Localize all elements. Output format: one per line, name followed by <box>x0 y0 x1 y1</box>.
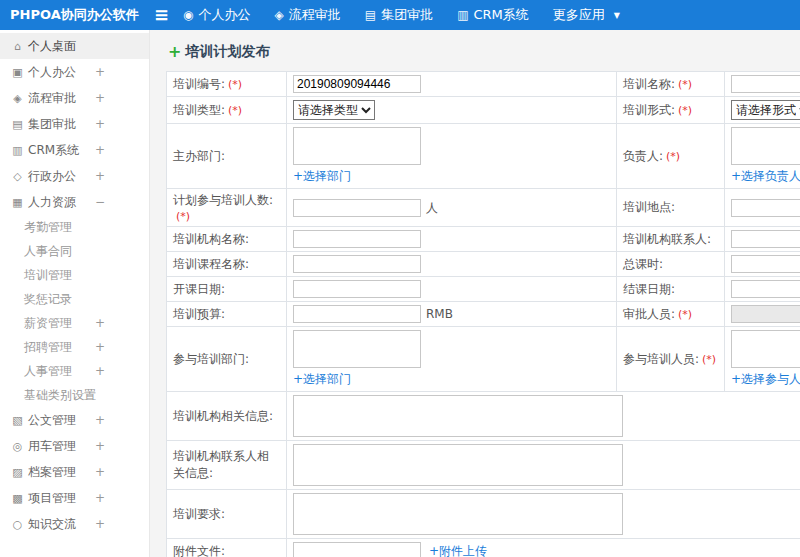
expand-toggle[interactable]: + <box>95 511 105 537</box>
project-icon: ▩ <box>10 486 25 512</box>
table-row: 培训课程名称: 总课时: <box>167 252 800 277</box>
sidebar-subitem-training[interactable]: 培训管理 <box>0 263 149 287</box>
hamburger-menu-icon[interactable]: ≡ <box>154 6 169 24</box>
required-mark: (*) <box>176 210 190 223</box>
course-name-input[interactable] <box>293 255 421 273</box>
sidebar-item-admin-office[interactable]: ◇行政办公 + <box>0 163 149 189</box>
topbar: PHPOA协同办公软件 ≡ ◉ 个人办公 ◈ 流程审批 ▤ 集团审批 ▥ CRM… <box>0 0 800 30</box>
expand-toggle[interactable]: + <box>95 485 105 511</box>
nav-label: 个人办公 <box>199 6 251 24</box>
select-participants-link[interactable]: +选择参与人员 <box>731 372 800 386</box>
nav-more-apps[interactable]: 更多应用 ▼ <box>553 6 620 24</box>
sidebar-item-crm[interactable]: ▥CRM系统 + <box>0 137 149 163</box>
org-name-input[interactable] <box>293 230 421 248</box>
select-department-link[interactable]: +选择部门 <box>293 372 351 386</box>
sidebar-item-workflow[interactable]: ◈流程审批 + <box>0 85 149 111</box>
expand-toggle[interactable]: + <box>95 359 105 383</box>
table-row: 培训编号:(*) 培训名称:(*) <box>167 72 800 97</box>
expand-toggle[interactable]: + <box>95 335 105 359</box>
nav-crm[interactable]: ▥ CRM系统 <box>457 6 529 24</box>
sidebar-item-projects[interactable]: ▩项目管理 + <box>0 485 149 511</box>
end-date-input[interactable] <box>731 280 800 298</box>
admin-office-icon: ◇ <box>10 164 25 190</box>
expand-toggle[interactable]: + <box>95 59 105 85</box>
table-row: 培训类型:(*) 请选择类型 培训形式:(*) 请选择形式 <box>167 97 800 124</box>
sidebar-item-hr[interactable]: ▦人力资源 − <box>0 189 149 215</box>
training-form-select[interactable]: 请选择形式 <box>731 100 800 120</box>
training-name-input[interactable] <box>731 75 800 93</box>
nav-workflow-approval[interactable]: ◈ 流程审批 <box>275 6 341 24</box>
sidebar-subitem-attendance[interactable]: 考勤管理 <box>0 215 149 239</box>
table-row: 参与培训部门: +选择部门 参与培训人员:(*) +选择参与人员 <box>167 327 800 392</box>
expand-toggle[interactable]: + <box>95 85 105 111</box>
sidebar-item-label: 招聘管理 <box>24 340 72 354</box>
sidebar-item-label: CRM系统 <box>28 143 79 157</box>
expand-toggle[interactable]: + <box>95 407 105 433</box>
sidebar-subitem-base-categories[interactable]: 基础类别设置 <box>0 383 149 407</box>
training-type-select[interactable]: 请选择类型 <box>293 100 375 120</box>
nav-group-approval[interactable]: ▤ 集团审批 <box>365 6 433 24</box>
approver-input[interactable] <box>731 305 800 323</box>
sidebar-item-desktop[interactable]: ⌂个人桌面 <box>0 33 149 59</box>
org-info-textarea[interactable] <box>293 395 623 437</box>
desktop-icon: ⌂ <box>10 34 25 60</box>
select-leader-link[interactable]: +选择负责人 <box>731 169 800 183</box>
start-date-input[interactable] <box>293 280 421 298</box>
sidebar-item-vehicle[interactable]: ◎用车管理 + <box>0 433 149 459</box>
sidebar-item-archives[interactable]: ▨档案管理 + <box>0 459 149 485</box>
expand-toggle[interactable]: + <box>95 433 105 459</box>
sidebar-subitem-rewards[interactable]: 奖惩记录 <box>0 287 149 311</box>
sidebar-item-knowledge[interactable]: ○知识交流 + <box>0 511 149 537</box>
expand-toggle[interactable]: + <box>95 111 105 137</box>
field-label: 计划参与培训人数: <box>173 193 273 207</box>
participate-department-textarea[interactable] <box>293 330 421 368</box>
expand-toggle[interactable]: + <box>95 137 105 163</box>
expand-toggle[interactable]: + <box>95 311 105 335</box>
host-department-textarea[interactable] <box>293 127 421 165</box>
field-label: 培训机构名称: <box>173 232 249 246</box>
sidebar-item-label: 用车管理 <box>28 439 76 453</box>
table-row: 培训预算: RMB 审批人员:(*) +选择审批人员 <box>167 302 800 327</box>
leader-textarea[interactable] <box>731 127 800 165</box>
sidebar-item-documents[interactable]: ▧公文管理 + <box>0 407 149 433</box>
attachment-input[interactable] <box>293 542 421 557</box>
org-contact-info-textarea[interactable] <box>293 444 623 486</box>
sidebar-subitem-recruiting[interactable]: 招聘管理 + <box>0 335 149 359</box>
field-label: 审批人员: <box>623 307 675 321</box>
field-label: 培训机构联系人相关信息: <box>173 449 269 480</box>
sidebar: ⌂个人桌面 ▣个人办公 + ◈流程审批 + ▤集团审批 + ▥CRM系统 + <box>0 30 150 557</box>
sidebar-subitem-salary[interactable]: 薪资管理 + <box>0 311 149 335</box>
sidebar-item-group-approval[interactable]: ▤集团审批 + <box>0 111 149 137</box>
sidebar-item-personal-office[interactable]: ▣个人办公 + <box>0 59 149 85</box>
org-contact-input[interactable] <box>731 230 800 248</box>
training-number-input[interactable] <box>293 75 421 93</box>
select-department-link[interactable]: +选择部门 <box>293 169 351 183</box>
sidebar-subitem-personnel[interactable]: 人事管理 + <box>0 359 149 383</box>
sidebar-subitem-hr-contract[interactable]: 人事合同 <box>0 239 149 263</box>
sidebar-item-label: 行政办公 <box>28 169 76 183</box>
collapse-toggle[interactable]: − <box>95 189 105 215</box>
sidebar-item-label: 奖惩记录 <box>24 292 72 306</box>
knowledge-icon: ○ <box>10 512 25 538</box>
nav-label: CRM系统 <box>474 6 529 24</box>
nav-label: 集团审批 <box>381 6 433 24</box>
requirements-textarea[interactable] <box>293 493 623 535</box>
planned-participants-input[interactable] <box>293 199 421 217</box>
total-hours-input[interactable] <box>731 255 800 273</box>
expand-toggle[interactable]: + <box>95 163 105 189</box>
required-mark: (*) <box>702 353 716 366</box>
field-label: 结课日期: <box>623 282 675 296</box>
sidebar-item-label: 人事管理 <box>24 364 72 378</box>
unit-suffix: 人 <box>426 201 438 215</box>
crm-icon: ▥ <box>10 138 25 164</box>
table-row: 附件文件: +附件上传 <box>167 539 800 557</box>
training-location-input[interactable] <box>731 199 800 217</box>
budget-input[interactable] <box>293 305 421 323</box>
participate-people-textarea[interactable] <box>731 330 800 368</box>
table-row: 主办部门: +选择部门 负责人:(*) +选择负责人 <box>167 124 800 189</box>
attachment-upload-link[interactable]: +附件上传 <box>429 544 487 557</box>
nav-personal-office[interactable]: ◉ 个人办公 <box>183 6 250 24</box>
expand-toggle[interactable]: + <box>95 459 105 485</box>
sidebar-item-label: 项目管理 <box>28 491 76 505</box>
field-label: 负责人: <box>623 149 663 163</box>
